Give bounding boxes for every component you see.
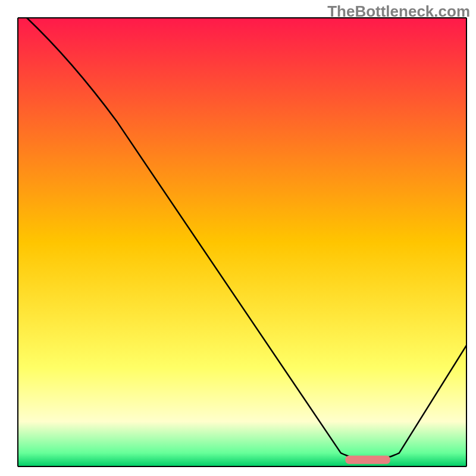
watermark-text: TheBottleneck.com: [327, 2, 470, 21]
bottleneck-chart: TheBottleneck.com: [0, 0, 476, 476]
bottleneck-marker: [345, 456, 390, 464]
plot-background: [18, 18, 466, 466]
chart-svg: [0, 0, 476, 476]
